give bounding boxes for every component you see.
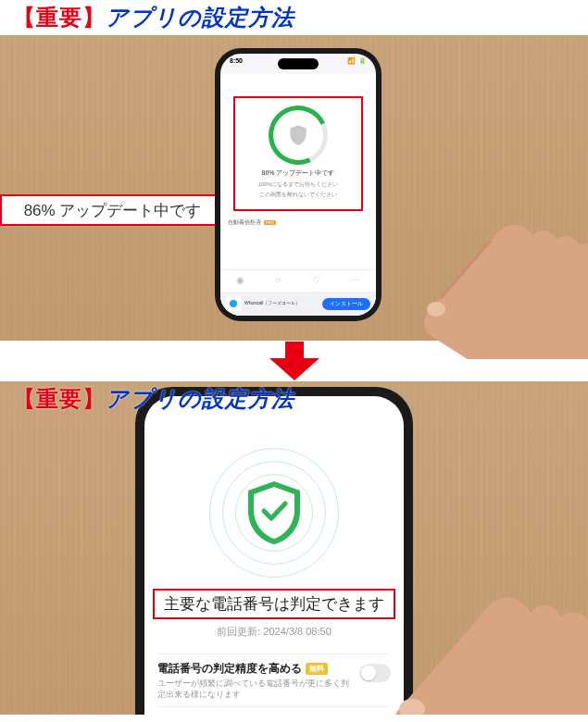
install-app-name: Whoscall（フーズコール） bbox=[244, 301, 319, 306]
progress-sub1: 100%になるまでお待ちください bbox=[258, 181, 338, 189]
bottom-nav: ◉ ○ ♡ ⋯ bbox=[220, 269, 376, 290]
setting-title-1: 電話番号の判定精度を高める bbox=[157, 661, 302, 677]
progress-sub2: この画面を離れないでください bbox=[259, 192, 337, 199]
phone-screen-2: 主要な電話番号は判定できます 前回更新: 2024/3/8 08:50 電話番号… bbox=[144, 396, 404, 722]
shield-icon bbox=[286, 123, 310, 147]
toggle-accuracy[interactable] bbox=[359, 664, 391, 682]
free-tag: 無料 bbox=[306, 663, 328, 675]
setting-row-accuracy[interactable]: 電話番号の判定精度を高める 無料 ユーザーが頻繁に調べている電話番号が更に多く判… bbox=[157, 654, 391, 706]
bottom-strip bbox=[0, 715, 588, 722]
app-body: 86% アップデート中です 100%になるまでお待ちください この画面を離れない… bbox=[220, 74, 376, 316]
progress-ring bbox=[269, 106, 328, 165]
nav-icon-3[interactable]: ♡ bbox=[312, 275, 320, 285]
shield-section: 主要な電話番号は判定できます 前回更新: 2024/3/8 08:50 bbox=[144, 448, 404, 639]
main-message: 主要な電話番号は判定できます bbox=[164, 595, 384, 613]
hand-pointing bbox=[384, 174, 588, 359]
nav-icon-1[interactable]: ◉ bbox=[236, 275, 244, 285]
nav-icon-4[interactable]: ⋯ bbox=[351, 275, 360, 285]
signal-icon: 📶 bbox=[347, 57, 356, 65]
title-bar: 【重要】 アプリの設定方法 bbox=[0, 0, 588, 35]
svg-point-0 bbox=[427, 302, 445, 317]
setting-sub-1: ユーザーが頻繁に調べている電話番号が更に多く判定出来る様になります bbox=[157, 678, 391, 700]
app-icon bbox=[226, 296, 241, 311]
pro-tag: PRO bbox=[264, 220, 276, 225]
last-update: 前回更新: 2024/3/8 08:50 bbox=[217, 625, 332, 639]
pulse-rings bbox=[209, 448, 339, 578]
install-banner: Whoscall（フーズコール） インストール bbox=[220, 292, 376, 316]
phone-frame: 8:50 📶 🔋 86% アップデート中です 100% bbox=[215, 48, 382, 321]
auto-reject-label: 自動着信拒否 bbox=[228, 218, 261, 227]
callout-text: 86% アップデート中です bbox=[24, 200, 202, 221]
phone-frame-2: 主要な電話番号は判定できます 前回更新: 2024/3/8 08:50 電話番号… bbox=[135, 387, 413, 722]
title-important: 【重要】 bbox=[13, 3, 106, 32]
title-main-2: アプリの設定方法 bbox=[106, 384, 294, 414]
status-time: 8:50 bbox=[230, 57, 243, 65]
title-bar-2: 【重要】 アプリの設定方法 bbox=[0, 381, 588, 417]
highlight-box-update: 86% アップデート中です 100%になるまでお待ちください この画面を離れない… bbox=[233, 96, 363, 211]
last-update-label: 前回更新: bbox=[217, 626, 260, 637]
battery-icon: 🔋 bbox=[358, 57, 367, 65]
dynamic-island bbox=[278, 58, 319, 69]
install-button[interactable]: インストール bbox=[322, 298, 370, 310]
shield-check-icon bbox=[244, 479, 304, 546]
last-update-time: 2024/3/8 08:50 bbox=[263, 626, 331, 637]
title-important-2: 【重要】 bbox=[13, 384, 106, 414]
arrow-divider bbox=[0, 341, 588, 381]
callout-label: 86% アップデート中です bbox=[0, 194, 225, 226]
panel-top: 【重要】 アプリの設定方法 86% アップデート中です 8:50 📶 🔋 bbox=[0, 0, 588, 341]
nav-icon-2[interactable]: ○ bbox=[275, 275, 281, 285]
title-main: アプリの設定方法 bbox=[106, 3, 294, 32]
status-icons: 📶 🔋 bbox=[347, 57, 367, 65]
auto-reject-row: 自動着信拒否 PRO bbox=[228, 218, 276, 227]
down-arrow-icon bbox=[269, 342, 319, 380]
highlight-box-main-msg: 主要な電話番号は判定できます bbox=[153, 589, 395, 619]
settings-list: 電話番号の判定精度を高める 無料 ユーザーが頻繁に調べている電話番号が更に多く判… bbox=[144, 654, 404, 722]
phone-screen: 8:50 📶 🔋 86% アップデート中です 100% bbox=[220, 54, 376, 316]
panel-bottom: 主要な電話番号は判定できます 前回更新: 2024/3/8 08:50 電話番号… bbox=[0, 381, 588, 722]
progress-main-text: 86% アップデート中です bbox=[262, 168, 335, 178]
